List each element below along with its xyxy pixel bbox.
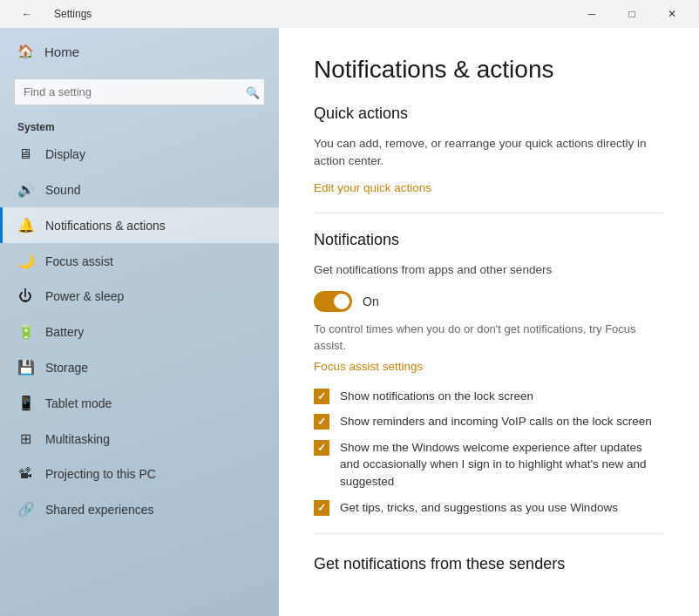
titlebar: ← Settings ─ □ ✕ (0, 0, 699, 28)
sidebar-item-focus[interactable]: 🌙 Focus assist (0, 243, 279, 279)
tablet-icon: 📱 (17, 395, 33, 411)
sidebar-item-label-sound: Sound (45, 183, 80, 197)
checkbox-tips: ✓ Get tips, tricks, and suggestions as y… (314, 499, 664, 517)
sidebar-item-power[interactable]: ⏻ Power & sleep (0, 279, 279, 314)
notifications-toggle[interactable] (314, 291, 352, 312)
sidebar-item-notifications[interactable]: 🔔 Notifications & actions (0, 207, 279, 243)
sidebar-item-label-tablet: Tablet mode (45, 396, 112, 410)
checkbox-voip-box[interactable]: ✓ (314, 414, 329, 430)
sidebar-item-projecting[interactable]: 📽 Projecting to this PC (0, 457, 279, 491)
checkbox-tips-box[interactable]: ✓ (314, 500, 329, 516)
multitasking-icon: ⊞ (17, 430, 33, 447)
checkbox-lock-screen-label: Show notifications on the lock screen (340, 388, 533, 405)
checkboxes-container: ✓ Show notifications on the lock screen … (314, 388, 664, 516)
sound-icon: 🔊 (17, 181, 33, 198)
toggle-knob (334, 294, 350, 309)
sidebar: 🏠 Home 🔍 System 🖥 Display 🔊 Sound 🔔 Noti… (0, 28, 279, 616)
focus-hint: To control times when you do or don't ge… (314, 321, 664, 355)
sidebar-item-label-focus: Focus assist (45, 254, 113, 268)
display-icon: 🖥 (17, 146, 33, 162)
sidebar-item-label-multitasking: Multitasking (45, 432, 110, 446)
notifications-icon: 🔔 (17, 217, 33, 234)
checkmark-welcome: ✓ (317, 442, 326, 454)
sidebar-item-label-notifications: Notifications & actions (45, 219, 166, 233)
checkbox-welcome-box[interactable]: ✓ (314, 440, 329, 456)
sidebar-item-sound[interactable]: 🔊 Sound (0, 172, 279, 207)
back-icon: ← (22, 8, 32, 20)
page-title: Notifications & actions (314, 56, 664, 84)
sidebar-item-label-display: Display (45, 147, 85, 161)
search-input[interactable] (14, 78, 265, 105)
window-controls: ─ □ ✕ (572, 0, 692, 28)
focus-assist-link[interactable]: Focus assist settings (314, 360, 423, 373)
sidebar-item-label-projecting: Projecting to this PC (45, 467, 156, 481)
checkmark-lock-screen: ✓ (317, 390, 326, 403)
checkbox-lock-screen-box[interactable]: ✓ (314, 389, 329, 404)
quick-actions-title: Quick actions (314, 105, 664, 123)
notifications-title: Notifications (314, 231, 664, 249)
storage-icon: 💾 (17, 359, 33, 376)
get-from-senders-title: Get notifications from these senders (314, 555, 664, 573)
sidebar-item-tablet[interactable]: 📱 Tablet mode (0, 385, 279, 421)
checkbox-voip: ✓ Show reminders and incoming VoIP calls… (314, 413, 664, 430)
sidebar-item-shared[interactable]: 🔗 Shared experiences (0, 491, 279, 527)
sidebar-item-storage[interactable]: 💾 Storage (0, 349, 279, 385)
sidebar-search-container: 🔍 (14, 78, 265, 105)
checkbox-voip-label: Show reminders and incoming VoIP calls o… (340, 413, 652, 430)
checkbox-tips-label: Get tips, tricks, and suggestions as you… (340, 499, 618, 517)
close-button[interactable]: ✕ (652, 0, 692, 28)
home-icon: 🏠 (17, 44, 34, 59)
divider-1 (314, 213, 664, 213)
notifications-toggle-row: On (314, 291, 664, 312)
sidebar-home-button[interactable]: 🏠 Home (0, 28, 279, 75)
edit-quick-actions-link[interactable]: Edit your quick actions (314, 181, 431, 194)
quick-actions-section: Quick actions You can add, remove, or re… (314, 105, 664, 195)
checkmark-voip: ✓ (317, 416, 326, 428)
divider-2 (314, 533, 664, 534)
search-button[interactable]: 🔍 (246, 85, 260, 98)
sidebar-section-title: System (0, 116, 279, 137)
maximize-button[interactable]: □ (612, 0, 652, 28)
minimize-button[interactable]: ─ (572, 0, 612, 28)
titlebar-title: Settings (54, 8, 92, 20)
main-layout: 🏠 Home 🔍 System 🖥 Display 🔊 Sound 🔔 Noti… (0, 28, 699, 616)
shared-icon: 🔗 (17, 501, 33, 518)
sidebar-item-battery[interactable]: 🔋 Battery (0, 314, 279, 349)
sidebar-item-multitasking[interactable]: ⊞ Multitasking (0, 421, 279, 457)
back-button[interactable]: ← (7, 0, 47, 28)
titlebar-left: ← Settings (7, 0, 92, 28)
get-notif-label: Get notifications from apps and other se… (314, 261, 664, 279)
sidebar-item-label-battery: Battery (45, 325, 84, 339)
sidebar-item-label-storage: Storage (45, 361, 88, 375)
checkbox-lock-screen: ✓ Show notifications on the lock screen (314, 388, 664, 405)
projecting-icon: 📽 (17, 466, 33, 482)
battery-icon: 🔋 (17, 323, 33, 340)
notifications-section: Notifications Get notifications from app… (314, 231, 664, 517)
checkbox-welcome: ✓ Show me the Windows welcome experience… (314, 439, 664, 491)
home-label: Home (44, 44, 79, 59)
toggle-label: On (363, 294, 379, 308)
power-icon: ⏻ (17, 288, 33, 304)
sidebar-item-label-power: Power & sleep (45, 289, 124, 303)
sidebar-item-display[interactable]: 🖥 Display (0, 137, 279, 172)
focus-icon: 🌙 (17, 253, 33, 269)
checkmark-tips: ✓ (317, 502, 326, 514)
sidebar-item-label-shared: Shared experiences (45, 503, 154, 517)
content-area: Notifications & actions Quick actions Yo… (279, 28, 699, 616)
quick-actions-desc: You can add, remove, or rearrange your q… (314, 135, 664, 171)
checkbox-welcome-label: Show me the Windows welcome experience a… (340, 439, 664, 491)
